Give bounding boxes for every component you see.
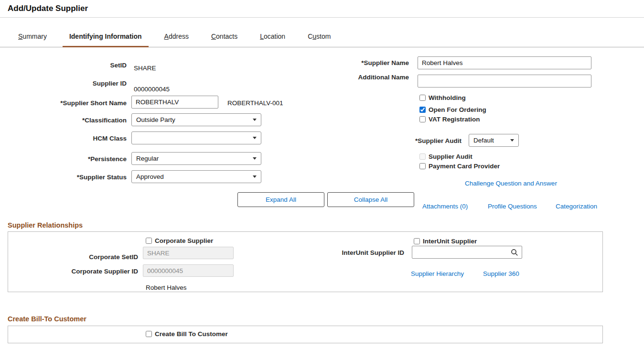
expand-all-button[interactable]: Expand All — [237, 192, 324, 207]
chevron-down-icon — [253, 157, 257, 160]
tab-label-part: C — [211, 33, 216, 40]
supplier-audit-select-label: *Supplier Audit — [347, 137, 462, 144]
classification-label: *Classification — [10, 117, 127, 124]
supplier-id-value: 0000000045 — [134, 86, 170, 93]
create-bill-to-customer-checkbox[interactable] — [146, 331, 152, 337]
vat-registration-checkbox-row: VAT Registration — [419, 116, 480, 123]
corporate-supplier-checkbox-row: Corporate Supplier — [146, 237, 213, 244]
create-bill-to-customer-panel — [8, 326, 603, 343]
corporate-supplier-checkbox[interactable] — [146, 238, 152, 244]
supplier-status-label: *Supplier Status — [10, 174, 127, 181]
profile-questions-link[interactable]: Profile Questions — [488, 203, 537, 210]
withholding-checkbox[interactable] — [419, 95, 426, 101]
supplier-audit-select-value: Default — [473, 137, 494, 144]
tab-label-part: C — [308, 33, 312, 40]
supplier-name-label: *Supplier Name — [294, 59, 409, 66]
corporate-setid-input — [143, 247, 234, 259]
tab-label-part: A — [164, 33, 169, 40]
hcm-class-label: HCM Class — [10, 135, 127, 142]
collapse-all-button[interactable]: Collapse All — [327, 192, 414, 207]
supplier-id-label: Supplier ID — [10, 80, 127, 87]
tab-address[interactable]: Address — [158, 33, 195, 47]
create-bill-to-customer-checkbox-row: Create Bill To Customer — [146, 330, 228, 338]
tab-label-part: ddress — [169, 33, 189, 40]
withholding-checkbox-row: Withholding — [419, 94, 466, 101]
hcm-class-select[interactable] — [131, 131, 261, 144]
payment-card-provider-checkbox[interactable] — [419, 163, 426, 169]
open-for-ordering-checkbox-row: Open For Ordering — [419, 106, 486, 113]
corporate-setid-label: Corporate SetID — [23, 253, 138, 261]
tab-label-part: L — [260, 33, 264, 40]
supplier-short-name-label: *Supplier Short Name — [10, 99, 127, 107]
tab-label-part: ontacts — [216, 33, 237, 40]
chevron-down-icon — [253, 137, 257, 139]
chevron-down-icon — [253, 119, 257, 121]
supplier-audit-checkbox-label: Supplier Audit — [429, 153, 472, 160]
tab-bar: Summary Identifying Information Address … — [0, 18, 644, 47]
interunit-supplier-id-input[interactable] — [412, 246, 507, 258]
vat-registration-label: VAT Registration — [429, 116, 480, 123]
chevron-down-icon — [510, 139, 514, 142]
interunit-supplier-label: InterUnit Supplier — [423, 238, 477, 245]
withholding-label: Withholding — [429, 94, 466, 101]
tab-label-part: Identifying Information — [69, 33, 142, 40]
tab-label-part: stom — [316, 33, 331, 40]
supplier-hierarchy-link[interactable]: Supplier Hierarchy — [411, 270, 464, 277]
categorization-link[interactable]: Categorization — [556, 203, 597, 210]
supplier-360-link[interactable]: Supplier 360 — [483, 270, 519, 277]
corporate-supplier-id-input — [143, 264, 234, 277]
setid-value: SHARE — [134, 65, 156, 72]
create-bill-to-customer-label: Create Bill To Customer — [155, 330, 228, 338]
supplier-audit-checkbox — [419, 153, 426, 160]
open-for-ordering-checkbox[interactable] — [419, 107, 426, 113]
additional-name-label: Additional Name — [294, 74, 409, 81]
tab-location[interactable]: Location — [253, 33, 292, 47]
corporate-supplier-name: Robert Halves — [146, 284, 187, 291]
interunit-supplier-id-field — [412, 246, 522, 259]
page-title: Add/Update Supplier — [8, 4, 88, 13]
supplier-relationships-heading: Supplier Relationships — [8, 221, 83, 229]
tab-identifying-information[interactable]: Identifying Information — [63, 33, 149, 47]
supplier-short-name-generated: ROBERTHALV-001 — [227, 99, 283, 107]
interunit-supplier-checkbox-row: InterUnit Supplier — [414, 238, 477, 245]
supplier-status-select[interactable]: Approved — [131, 170, 261, 183]
supplier-audit-select[interactable]: Default — [469, 134, 519, 147]
supplier-relationships-panel — [8, 231, 603, 292]
persistence-select[interactable]: Regular — [131, 152, 261, 165]
supplier-audit-checkbox-row: Supplier Audit — [419, 153, 472, 160]
corporate-supplier-id-label: Corporate Supplier ID — [23, 268, 138, 275]
tab-label-part: S — [18, 33, 22, 40]
tab-label-part: ocation — [264, 33, 285, 40]
search-icon[interactable] — [507, 249, 522, 256]
supplier-status-select-value: Approved — [136, 173, 164, 180]
classification-select-value: Outside Party — [136, 116, 175, 123]
tab-label-part: u — [312, 33, 316, 40]
tab-summary[interactable]: Summary — [11, 33, 54, 47]
persistence-select-value: Regular — [136, 155, 159, 162]
supplier-name-input[interactable] — [418, 56, 591, 69]
classification-select[interactable]: Outside Party — [131, 113, 261, 126]
tab-contacts[interactable]: Contacts — [204, 33, 244, 47]
payment-card-provider-checkbox-row: Payment Card Provider — [419, 163, 500, 170]
chevron-down-icon — [253, 175, 257, 178]
interunit-supplier-id-label: InterUnit Supplier ID — [290, 249, 404, 256]
interunit-supplier-checkbox[interactable] — [414, 238, 420, 244]
persistence-label: *Persistence — [10, 155, 127, 163]
tab-list: Summary Identifying Information Address … — [11, 33, 346, 47]
challenge-question-link[interactable]: Challenge Question and Answer — [465, 180, 557, 187]
corporate-supplier-label: Corporate Supplier — [155, 237, 213, 244]
tab-custom[interactable]: Custom — [301, 33, 337, 47]
setid-label: SetID — [10, 62, 127, 69]
add-update-supplier-page: Add/Update Supplier Summary Identifying … — [0, 0, 644, 350]
open-for-ordering-label: Open For Ordering — [429, 106, 486, 113]
supplier-short-name-input[interactable] — [131, 96, 218, 109]
create-bill-to-customer-heading: Create Bill-To Customer — [8, 315, 86, 323]
payment-card-provider-label: Payment Card Provider — [429, 163, 500, 170]
additional-name-input[interactable] — [418, 75, 591, 88]
vat-registration-checkbox[interactable] — [419, 116, 426, 122]
tab-label-part: ummary — [22, 33, 47, 40]
attachments-link[interactable]: Attachments (0) — [422, 203, 468, 210]
